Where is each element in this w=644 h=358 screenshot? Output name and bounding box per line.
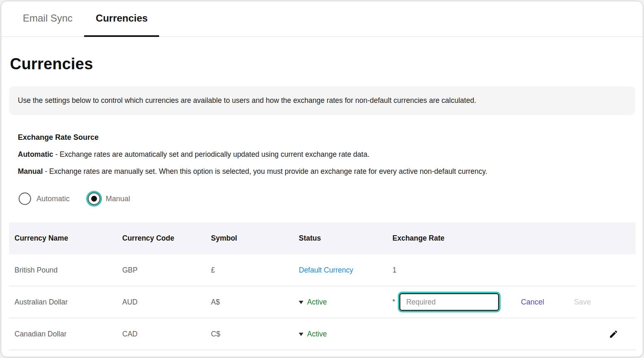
header-status: Status: [299, 234, 392, 243]
status-dropdown-cad[interactable]: Active: [299, 330, 327, 339]
info-banner: Use the settings below to control which …: [9, 86, 635, 115]
header-exchange-rate: Exchange Rate: [392, 234, 511, 243]
save-button[interactable]: Save: [574, 298, 591, 307]
exchange-rate-source-heading: Exchange Rate Source: [18, 133, 635, 142]
currency-code: AUD: [122, 298, 211, 307]
tab-email-sync[interactable]: Email Sync: [11, 1, 84, 37]
radio-option-automatic[interactable]: Automatic: [19, 192, 70, 205]
currency-code: GBP: [122, 266, 211, 275]
status-dropdown-aud[interactable]: Active: [299, 298, 327, 307]
radio-automatic-icon[interactable]: [19, 192, 31, 205]
exchange-rate-input[interactable]: [399, 293, 499, 311]
currency-symbol: A$: [211, 298, 299, 307]
radio-option-manual[interactable]: Manual: [88, 192, 130, 205]
table-row-gbp: British Pound GBP £ Default Currency 1: [9, 254, 636, 286]
exchange-rate-source-radio-group: Automatic Manual: [19, 192, 635, 205]
header-currency-code: Currency Code: [122, 234, 211, 243]
table-header-row: Currency Name Currency Code Symbol Statu…: [9, 222, 636, 254]
header-symbol: Symbol: [211, 234, 299, 243]
currencies-table: Currency Name Currency Code Symbol Statu…: [9, 222, 636, 350]
currency-name: British Pound: [9, 266, 122, 275]
header-currency-name: Currency Name: [9, 234, 122, 243]
pencil-icon: [609, 329, 618, 339]
radio-manual-label: Manual: [106, 195, 130, 203]
currency-code: CAD: [122, 330, 211, 339]
required-asterisk: *: [392, 298, 395, 306]
exchange-rate-value: 1: [392, 266, 511, 275]
chevron-down-icon: [299, 333, 303, 336]
page-title: Currencies: [10, 55, 635, 73]
info-banner-text: Use the settings below to control which …: [18, 96, 476, 105]
automatic-description: Automatic - Exchange rates are automatic…: [18, 150, 635, 159]
automatic-desc-text: - Exchange rates are automatically set a…: [53, 150, 370, 158]
manual-term: Manual: [18, 167, 43, 175]
page-content: Currencies Use the settings below to con…: [1, 55, 643, 350]
currency-symbol: £: [211, 266, 299, 275]
status-label: Active: [307, 330, 327, 339]
edit-button[interactable]: [609, 329, 618, 339]
tab-currencies[interactable]: Currencies: [84, 1, 159, 37]
table-row-cad: Canadian Dollar CAD C$ Active: [9, 318, 636, 350]
settings-card: Email Sync Currencies Currencies Use the…: [1, 1, 643, 357]
radio-manual-icon[interactable]: [88, 192, 100, 205]
automatic-term: Automatic: [18, 150, 53, 158]
manual-description: Manual - Exchange rates are manually set…: [18, 167, 635, 176]
radio-automatic-label: Automatic: [36, 195, 70, 203]
cancel-button[interactable]: Cancel: [521, 298, 544, 307]
tab-bar: Email Sync Currencies: [1, 1, 643, 37]
status-label: Active: [307, 298, 327, 307]
currency-symbol: C$: [211, 330, 299, 339]
manual-desc-text: - Exchange rates are manually set. When …: [43, 167, 487, 175]
default-currency-link[interactable]: Default Currency: [299, 266, 353, 274]
currency-name: Australian Dollar: [9, 298, 122, 307]
currency-name: Canadian Dollar: [9, 330, 122, 339]
table-row-aud: Australian Dollar AUD A$ Active *: [9, 286, 636, 318]
chevron-down-icon: [299, 301, 303, 304]
